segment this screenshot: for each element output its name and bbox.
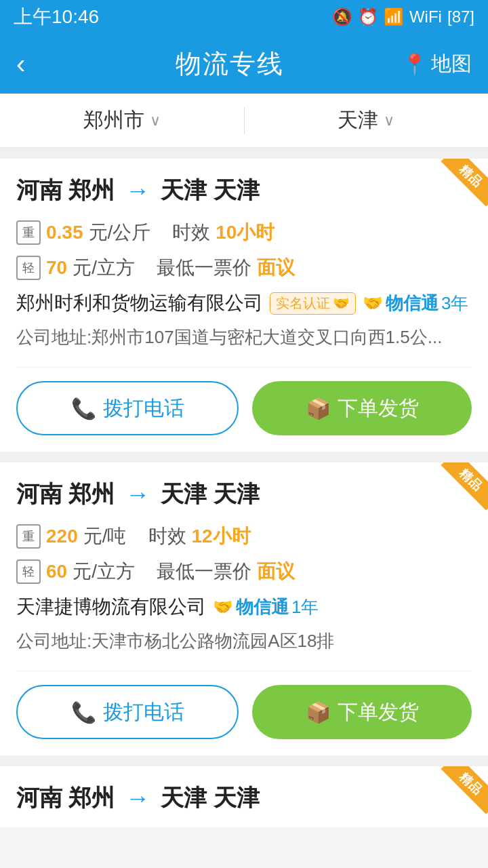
battery-icon: [87]	[447, 7, 474, 26]
from-city-2: 河南 郑州	[16, 479, 115, 510]
badge-1: 精品	[434, 159, 488, 213]
wxt-heart-2: 🤝	[213, 597, 233, 616]
wxt-badge-2: 🤝 物信通 1年	[213, 595, 319, 619]
call-label-2: 拨打电话	[103, 698, 184, 726]
heavy-price-row-1: 重 0.35 元/公斤 时效 10小时	[16, 220, 472, 245]
separator-3	[0, 755, 488, 766]
time-label-1: 时效	[172, 220, 210, 245]
negotiable-2: 面议	[257, 559, 295, 585]
status-bar: 上午10:46 🔕 ⏰ 📶 WiFi [87]	[0, 0, 488, 34]
to-city-3: 天津 天津	[161, 783, 259, 814]
order-icon-2: 📦	[306, 701, 331, 724]
heavy-price-item-1: 重 0.35 元/公斤	[16, 220, 150, 245]
time-item-2: 时效 12小时	[148, 524, 251, 549]
badge-label-2: 精品	[441, 462, 488, 511]
call-icon-1: 📞	[71, 397, 96, 420]
verified-label-1: 实名认证	[276, 294, 330, 313]
negotiable-1: 面议	[257, 255, 295, 281]
address-2: 公司地址:天津市杨北公路物流园A区18排	[16, 628, 472, 654]
time-item-1: 时效 10小时	[172, 220, 274, 245]
logistics-card-2: 精品 河南 郑州 → 天津 天津 重 220 元/吨 时效 12小时 轻 60 …	[0, 462, 488, 755]
to-city-2: 天津 天津	[161, 479, 259, 510]
heavy-price-row-2: 重 220 元/吨 时效 12小时	[16, 524, 472, 549]
company-name-1: 郑州时利和货物运输有限公司	[16, 290, 263, 316]
light-price-row-2: 轻 60 元/立方 最低一票价 面议	[16, 559, 472, 585]
from-city-chevron: ∨	[150, 112, 161, 130]
call-button-2[interactable]: 📞 拨打电话	[16, 685, 239, 739]
light-unit-2: 元/立方	[73, 559, 135, 585]
route-2: 河南 郑州 → 天津 天津	[16, 479, 472, 510]
wifi-icon: WiFi	[409, 7, 442, 26]
light-value-2: 60	[46, 561, 67, 583]
route-arrow-3: →	[125, 784, 150, 812]
heavy-price-item-2: 重 220 元/吨	[16, 524, 127, 549]
from-city-3: 河南 郑州	[16, 783, 115, 814]
heavy-value-1: 0.35	[46, 222, 83, 243]
route-3: 河南 郑州 → 天津 天津	[16, 783, 472, 814]
action-row-1: 📞 拨打电话 📦 下单发货	[16, 367, 472, 452]
verified-icon-1: 🤝	[333, 295, 350, 311]
badge-3: 精品	[434, 766, 488, 821]
min-ticket-item-2: 最低一票价 面议	[157, 559, 295, 585]
wxt-logo-1: 物信通	[386, 292, 439, 315]
page-title: 物流专线	[176, 47, 284, 81]
filter-bar: 郑州市 ∨ 天津 ∨	[0, 94, 488, 148]
light-icon-2: 轻	[16, 559, 41, 584]
badge-2: 精品	[434, 462, 488, 517]
address-1: 公司地址:郑州市107国道与密杞大道交叉口向西1.5公...	[16, 324, 472, 351]
route-1: 河南 郑州 → 天津 天津	[16, 175, 472, 206]
status-icons: 🔕 ⏰ 📶 WiFi [87]	[332, 7, 474, 26]
separator-2	[0, 452, 488, 462]
order-button-2[interactable]: 📦 下单发货	[252, 685, 472, 739]
time-label-2: 时效	[148, 524, 186, 549]
to-city-label: 天津	[338, 106, 378, 134]
order-label-2: 下单发货	[338, 698, 419, 726]
wxt-logo-2: 物信通	[236, 595, 289, 619]
header: ‹ 物流专线 📍 地图	[0, 34, 488, 94]
time-value-2: 12小时	[192, 524, 251, 549]
map-icon: 📍	[402, 52, 427, 76]
order-icon-1: 📦	[306, 397, 331, 420]
order-label-1: 下单发货	[338, 395, 419, 422]
back-button[interactable]: ‹	[16, 49, 57, 79]
call-button-1[interactable]: 📞 拨打电话	[16, 381, 239, 435]
status-time: 上午10:46	[14, 4, 99, 30]
route-arrow-2: →	[125, 480, 150, 509]
from-city-1: 河南 郑州	[16, 175, 115, 206]
light-price-row-1: 轻 70 元/立方 最低一票价 面议	[16, 255, 472, 281]
heavy-icon-2: 重	[16, 524, 41, 549]
call-label-1: 拨打电话	[103, 395, 184, 422]
badge-label-1: 精品	[441, 159, 488, 207]
route-arrow-1: →	[125, 176, 150, 205]
light-value-1: 70	[46, 257, 67, 279]
min-ticket-item-1: 最低一票价 面议	[157, 255, 295, 281]
wxt-heart-1: 🤝	[363, 294, 383, 313]
to-city-chevron: ∨	[384, 112, 394, 130]
alarm-icon: 🔕	[332, 7, 352, 26]
company-row-2: 天津捷博物流有限公司 🤝 物信通 1年	[16, 594, 472, 620]
to-city-filter[interactable]: 天津 ∨	[245, 94, 489, 147]
back-icon: ‹	[16, 49, 25, 79]
from-city-filter[interactable]: 郑州市 ∨	[0, 94, 244, 147]
action-row-2: 📞 拨打电话 📦 下单发货	[16, 671, 472, 755]
heavy-unit-2: 元/吨	[83, 524, 127, 549]
badge-label-3: 精品	[441, 766, 488, 814]
company-row-1: 郑州时利和货物运输有限公司 实名认证 🤝 🤝 物信通 3年	[16, 290, 472, 316]
logistics-card-1: 精品 河南 郑州 → 天津 天津 重 0.35 元/公斤 时效 10小时 轻 7…	[0, 159, 488, 452]
min-ticket-label-2: 最低一票价	[157, 559, 251, 585]
verified-badge-1: 实名认证 🤝	[270, 292, 356, 315]
clock-icon: ⏰	[358, 7, 378, 26]
years-1: 3年	[441, 292, 468, 315]
map-label: 地图	[431, 50, 472, 78]
light-icon-1: 轻	[16, 256, 41, 280]
from-city-label: 郑州市	[83, 106, 144, 134]
time-value-1: 10小时	[216, 220, 274, 245]
to-city-1: 天津 天津	[161, 175, 259, 206]
map-button[interactable]: 📍 地图	[402, 50, 472, 78]
order-button-1[interactable]: 📦 下单发货	[252, 381, 472, 435]
light-unit-1: 元/立方	[73, 255, 135, 281]
separator-top	[0, 148, 488, 159]
heavy-icon-1: 重	[16, 220, 41, 245]
light-price-item-1: 轻 70 元/立方	[16, 255, 135, 281]
company-name-2: 天津捷博物流有限公司	[16, 594, 206, 620]
